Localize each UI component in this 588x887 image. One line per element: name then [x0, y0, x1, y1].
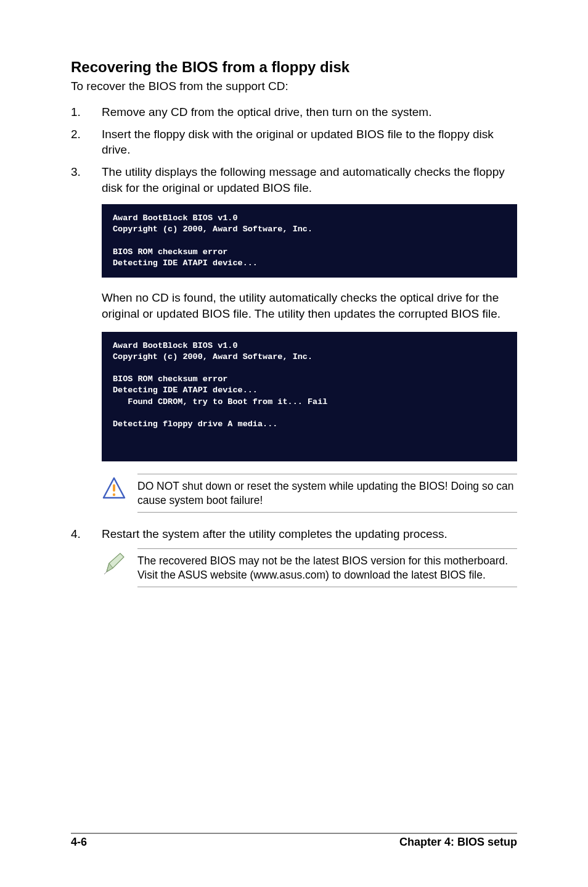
step-4: 4. Restart the system after the utility …: [71, 526, 517, 542]
step-text: The utility displays the following messa…: [102, 164, 517, 196]
svg-rect-0: [113, 484, 115, 492]
step-text: Restart the system after the utility com…: [102, 526, 517, 542]
terminal-output-1: Award BootBlock BIOS v1.0 Copyright (c) …: [102, 204, 517, 278]
step-2: 2. Insert the floppy disk with the origi…: [71, 126, 517, 158]
warning-text: DO NOT shut down or reset the system whi…: [137, 474, 517, 513]
step-number: 4.: [71, 526, 102, 542]
step-number: 1.: [71, 104, 102, 120]
step-3: 3. The utility displays the following me…: [71, 164, 517, 196]
pencil-note-icon: [102, 551, 129, 577]
chapter-label: Chapter 4: BIOS setup: [399, 836, 517, 849]
step-text: Remove any CD from the optical drive, th…: [102, 104, 517, 120]
warning-callout: DO NOT shut down or reset the system whi…: [102, 474, 517, 513]
section-heading: Recovering the BIOS from a floppy disk: [71, 59, 517, 76]
step-number: 3.: [71, 164, 102, 196]
section-subheading: To recover the BIOS from the support CD:: [71, 80, 517, 93]
terminal-output-2: Award BootBlock BIOS v1.0 Copyright (c) …: [102, 332, 517, 461]
step-text: Insert the floppy disk with the original…: [102, 126, 517, 158]
paragraph-after-terminal-1: When no CD is found, the utility automat…: [102, 290, 517, 321]
note-callout: The recovered BIOS may not be the latest…: [102, 548, 517, 588]
page-number: 4-6: [71, 836, 87, 849]
svg-point-1: [113, 493, 115, 496]
step-number: 2.: [71, 126, 102, 158]
step-1: 1. Remove any CD from the optical drive,…: [71, 104, 517, 120]
warning-icon: [102, 476, 129, 501]
page-footer: 4-6 Chapter 4: BIOS setup: [71, 833, 517, 849]
note-text: The recovered BIOS may not be the latest…: [137, 548, 517, 588]
